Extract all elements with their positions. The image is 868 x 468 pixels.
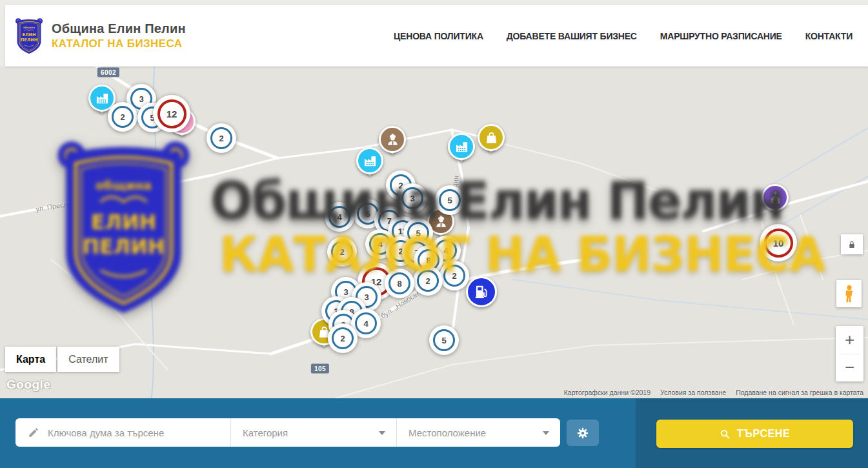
- map-cluster-marker[interactable]: 2: [328, 323, 358, 353]
- search-bar: Категория Местоположение ТЪРСЕНЕ: [0, 398, 868, 468]
- attribution-copyright: Картографски данни ©2019: [564, 389, 651, 396]
- location-select[interactable]: Местоположение: [396, 418, 560, 447]
- map-cluster-marker[interactable]: 4: [325, 202, 354, 232]
- fuel-icon: [466, 276, 497, 307]
- map-cluster-marker[interactable]: 2: [327, 237, 357, 267]
- svg-text:ПЕЛИН: ПЕЛИН: [21, 37, 37, 43]
- keyword-search-input[interactable]: [48, 427, 216, 438]
- nav-route-schedule[interactable]: МАРШРУТНО РАЗПИСАНИЕ: [660, 31, 782, 41]
- map-cluster-marker[interactable]: 2: [439, 261, 469, 290]
- bag-icon: [478, 124, 505, 151]
- map-type-control: Карта Сателит: [5, 347, 119, 372]
- map-pin-bag[interactable]: [478, 124, 505, 151]
- map-type-map-button[interactable]: Карта: [5, 347, 56, 372]
- pencil-icon: [28, 427, 39, 438]
- attribution-report-error-link[interactable]: Подаване на сигнал за грешка в картата: [736, 389, 863, 396]
- street-view-lock-button[interactable]: [841, 234, 863, 254]
- pegman-icon: [842, 284, 856, 303]
- chevron-down-icon: [379, 431, 385, 435]
- pegman-control[interactable]: [836, 280, 862, 307]
- attribution-terms-link[interactable]: Условия за ползване: [660, 389, 726, 396]
- map-pin-fuel[interactable]: [466, 276, 497, 307]
- chevron-down-icon: [543, 431, 549, 435]
- advanced-search-settings-button[interactable]: [567, 420, 599, 446]
- lock-icon: [847, 239, 857, 250]
- category-select-value: Категория: [243, 427, 288, 438]
- nav-contacts[interactable]: КОНТАКТИ: [805, 31, 853, 41]
- gear-icon: [576, 426, 590, 440]
- map-cluster-marker[interactable]: 2: [413, 266, 443, 296]
- map-pin-church[interactable]: [762, 184, 789, 211]
- nav-pricing[interactable]: ЦЕНОВА ПОЛИТИКА: [394, 31, 483, 41]
- search-submit-button[interactable]: ТЪРСЕНЕ: [656, 420, 853, 448]
- map-attribution: Картографски данни ©2019 Условия за полз…: [564, 389, 863, 396]
- location-select-value: Местоположение: [409, 427, 486, 438]
- factory-icon: [448, 133, 475, 160]
- map-markers-layer: 325122235647135422748221283338342510: [0, 66, 868, 398]
- category-select[interactable]: Категория: [230, 418, 396, 447]
- site-title: Община Елин Пелин: [52, 21, 186, 36]
- worker-icon: [379, 126, 406, 153]
- search-button-label: ТЪРСЕНЕ: [737, 428, 791, 440]
- map-pin-factory[interactable]: [448, 133, 475, 160]
- map-cluster-marker[interactable]: 12: [153, 95, 190, 132]
- search-icon: [720, 429, 731, 440]
- municipality-emblem-logo: община ЕЛИН ПЕЛИН: [14, 17, 44, 55]
- map-cluster-marker[interactable]: 2: [108, 102, 137, 132]
- map-cluster-marker[interactable]: 3: [398, 183, 427, 213]
- map-cluster-marker[interactable]: 2: [207, 123, 236, 153]
- zoom-control: + −: [836, 326, 863, 382]
- search-input-group: Категория Местоположение: [15, 418, 560, 447]
- map-pin-worker[interactable]: [379, 126, 406, 153]
- svg-text:община: община: [23, 25, 35, 28]
- map-cluster-marker[interactable]: 8: [385, 269, 414, 298]
- map-type-satellite-button[interactable]: Сателит: [57, 347, 119, 372]
- brand[interactable]: община ЕЛИН ПЕЛИН Община Елин Пелин КАТА…: [14, 17, 186, 55]
- map-cluster-marker[interactable]: 5: [429, 325, 459, 355]
- map-cluster-marker[interactable]: 5: [435, 185, 465, 215]
- site-header: община ЕЛИН ПЕЛИН Община Елин Пелин КАТА…: [5, 5, 868, 66]
- google-logo[interactable]: Google: [6, 378, 50, 392]
- main-nav: ЦЕНОВА ПОЛИТИКА ДОБАВЕТЕ ВАШИЯТ БИЗНЕС М…: [394, 31, 853, 41]
- church-icon: [762, 184, 789, 211]
- map-canvas[interactable]: 6002105ул. Преславбул. „Новоселции: [0, 66, 868, 398]
- map-cluster-marker[interactable]: 10: [760, 224, 797, 261]
- svg-text:ЕЛИН: ЕЛИН: [23, 32, 36, 37]
- site-subtitle: КАТАЛОГ НА БИЗНЕСА: [52, 37, 186, 50]
- nav-add-business[interactable]: ДОБАВЕТЕ ВАШИЯТ БИЗНЕС: [507, 31, 637, 41]
- zoom-in-button[interactable]: +: [836, 326, 863, 354]
- keyword-section: [15, 418, 230, 447]
- zoom-out-button[interactable]: −: [836, 354, 863, 382]
